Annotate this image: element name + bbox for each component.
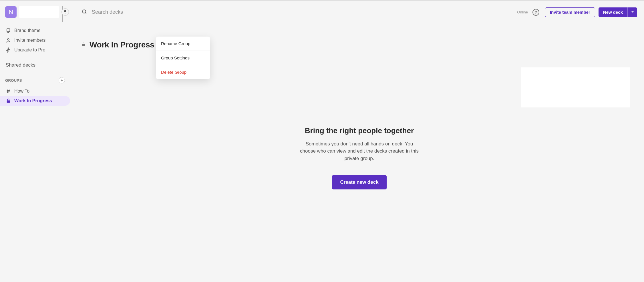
sidebar-item-brand-theme[interactable]: Brand theme xyxy=(5,26,70,35)
sidebar-item-label: Invite members xyxy=(14,38,45,43)
user-icon xyxy=(6,38,11,43)
sidebar-item-label: Brand theme xyxy=(14,28,41,33)
group-context-menu: Rename Group Group Settings Delete Group xyxy=(156,37,210,79)
workspace-name[interactable] xyxy=(19,6,59,18)
sidebar-item-shared-decks[interactable]: Shared decks xyxy=(5,62,70,68)
help-button[interactable]: ? xyxy=(532,9,539,16)
menu-item-group-settings[interactable]: Group Settings xyxy=(156,51,210,65)
plus-icon: + xyxy=(61,78,63,82)
sidebar: N Brand theme Invite members xyxy=(0,1,70,281)
chevron-down-icon xyxy=(631,10,634,14)
empty-illustration-placeholder xyxy=(521,67,630,107)
workspace-switcher[interactable]: N xyxy=(5,6,70,18)
groups-list: How To Work In Progress xyxy=(5,86,70,106)
sidebar-group-label: Work In Progress xyxy=(14,98,52,103)
new-deck-dropdown-toggle[interactable] xyxy=(627,7,637,17)
menu-item-label: Delete Group xyxy=(161,70,186,75)
workspace-avatar: N xyxy=(5,6,17,18)
svg-point-2 xyxy=(82,10,86,13)
new-deck-split-button: New deck xyxy=(599,7,637,17)
sidebar-item-label: Upgrade to Pro xyxy=(14,47,45,53)
invite-team-member-button[interactable]: Invite team member xyxy=(545,7,595,17)
menu-item-delete-group[interactable]: Delete Group xyxy=(156,65,210,79)
menu-item-label: Rename Group xyxy=(161,41,190,46)
invite-button-label: Invite team member xyxy=(550,10,590,15)
search-icon xyxy=(82,9,87,16)
groups-header: GROUPS + xyxy=(5,77,70,83)
sidebar-item-upgrade[interactable]: Upgrade to Pro xyxy=(5,45,70,55)
new-deck-button-label: New deck xyxy=(603,10,623,15)
lock-icon xyxy=(82,42,86,48)
sidebar-item-invite-members[interactable]: Invite members xyxy=(5,35,70,45)
bell-icon xyxy=(63,10,67,15)
search-input[interactable] xyxy=(91,9,514,15)
sidebar-group-work-in-progress[interactable]: Work In Progress xyxy=(0,96,70,106)
create-new-deck-button[interactable]: Create new deck xyxy=(332,175,386,189)
palette-icon xyxy=(6,28,11,33)
shared-decks-label: Shared decks xyxy=(6,62,35,68)
empty-state-title: Bring the right people together xyxy=(305,126,414,135)
main-content: Online ? Invite team member New deck xyxy=(70,1,644,281)
menu-item-rename-group[interactable]: Rename Group xyxy=(156,37,210,51)
create-new-deck-label: Create new deck xyxy=(340,179,378,185)
menu-item-label: Group Settings xyxy=(161,55,190,60)
question-icon: ? xyxy=(535,10,537,15)
sidebar-group-label: How To xyxy=(14,89,29,94)
new-deck-button[interactable]: New deck xyxy=(599,7,627,17)
connection-status: Online xyxy=(517,10,528,14)
search-box[interactable] xyxy=(82,9,514,16)
empty-state: Bring the right people together Sometime… xyxy=(82,126,637,190)
page-body: Work In Progress ••• Rename Group Group … xyxy=(82,24,637,189)
sidebar-primary-nav: Brand theme Invite members Upgrade to Pr… xyxy=(5,26,70,55)
lock-icon xyxy=(6,98,11,103)
hash-icon xyxy=(6,89,11,94)
svg-point-1 xyxy=(7,39,9,40)
workspace-avatar-initial: N xyxy=(9,8,13,16)
sidebar-group-how-to[interactable]: How To xyxy=(0,86,70,96)
add-group-button[interactable]: + xyxy=(59,77,65,83)
groups-header-label: GROUPS xyxy=(5,78,22,83)
bolt-icon xyxy=(6,47,11,53)
notifications-button[interactable] xyxy=(61,8,69,16)
svg-rect-0 xyxy=(7,29,10,32)
page-title: Work In Progress xyxy=(90,40,154,49)
top-bar: Online ? Invite team member New deck xyxy=(82,1,637,24)
empty-state-description: Sometimes you don't need all hands on de… xyxy=(299,140,420,162)
